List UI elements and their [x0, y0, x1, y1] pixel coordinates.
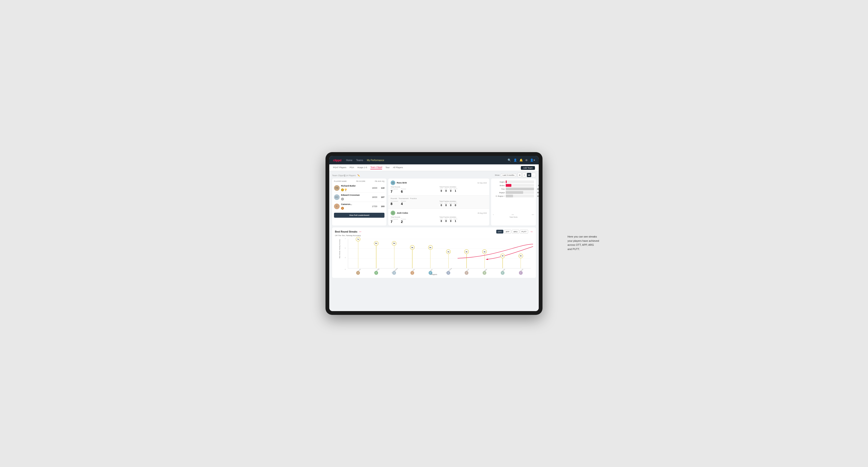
x-axis-label: Players	[431, 273, 437, 276]
practice-acts-3: Total Practice Activities OTT APP ARG PU…	[439, 216, 487, 224]
app-val: 0	[444, 190, 448, 192]
putt-button[interactable]: PUTT	[520, 230, 528, 234]
user-avatar-icon[interactable]: 👤▾	[530, 158, 535, 162]
search-icon[interactable]: 🔍	[507, 158, 511, 162]
subnav-team-clippd[interactable]: Team Clippd	[370, 166, 382, 169]
streak-bubble: 3x	[519, 253, 523, 258]
bar-label-pars: Pars	[493, 188, 505, 190]
bar-fill-dbogeys	[506, 195, 513, 197]
subnav-pgat[interactable]: PGAT Players	[333, 166, 346, 169]
bar-container-birdies: 96	[506, 184, 534, 187]
list-view-btn[interactable]: ≡	[522, 173, 526, 177]
col-player-name: PLAYER NAME	[334, 181, 347, 182]
subnav-right: Add Team	[521, 165, 535, 170]
player-streak-col: 5xJ. ColesJ	[403, 239, 422, 268]
table-view-btn[interactable]: ↓	[532, 173, 536, 177]
card-view-btn[interactable]: ▦	[527, 173, 531, 177]
total-rounds-label: Total Rounds	[391, 186, 438, 188]
subnav-pga[interactable]: PGA	[349, 166, 354, 169]
view-leaderboard-button[interactable]: View Full Leaderboard	[334, 213, 384, 218]
avatar: C	[334, 204, 340, 209]
putt-val: 1	[454, 190, 457, 192]
team-title: Team Clippd | 14 Players ✏️	[332, 174, 360, 177]
app-button[interactable]: APP	[504, 230, 511, 234]
player-info: Edward Crossman 2	[341, 194, 370, 200]
nav-my-performance[interactable]: My Performance	[367, 159, 384, 161]
streak-bubble: 7x	[356, 237, 361, 242]
player-streak-col: 4xM. MillerM	[475, 239, 494, 268]
practice-col: Practice 6	[401, 188, 406, 193]
practice-val: 6	[401, 190, 406, 193]
streaks-title: Best Round Streaks	[335, 230, 357, 233]
target-icon[interactable]: ⊕	[525, 158, 528, 162]
bar-label-eagles: Eagles	[493, 181, 505, 183]
streak-bubble: 4x	[464, 249, 469, 254]
subnav-all-players[interactable]: All Players	[393, 166, 403, 169]
subnav-hcaps[interactable]: Hcaps 1-5	[357, 166, 367, 169]
brand-logo: clippd	[333, 158, 341, 162]
arg-val: 0	[449, 190, 453, 192]
bell-icon[interactable]: 🔔	[519, 158, 523, 162]
total-rounds-block: Total Rounds Tournament 7 Practice	[391, 186, 438, 193]
streak-bubble: 6x	[374, 241, 379, 246]
rounds-type-label: Rounds Tournament Practice	[391, 197, 417, 199]
player-columns: 7xE. EwartE6xB. McHargB6xD. BillinghamD5…	[348, 239, 531, 268]
streaks-section: Best Round Streaks ← OTT APP ARG PUTT → …	[332, 227, 536, 278]
rounds-stats-2: Tournament 8 Practice 4	[391, 200, 487, 207]
y-tick-0: 0	[345, 269, 346, 270]
player-name: Cameron...	[341, 203, 370, 206]
player-avg: 103	[379, 205, 384, 208]
player-col-avatar: C	[519, 271, 523, 275]
y-tick-5: 5	[345, 247, 346, 249]
person-icon[interactable]: 👤	[514, 158, 517, 162]
ott-val: 0	[439, 190, 443, 192]
player-name: Edward Crossman	[341, 194, 370, 196]
practice-val-2: 4	[401, 202, 406, 206]
subnav-tour[interactable]: Tour	[385, 166, 390, 169]
streak-bar-line	[394, 243, 395, 268]
nav-teams[interactable]: Teams	[356, 159, 363, 161]
view-controls: Show Last 3 months ⊞ ≡ ▦ ↓	[495, 173, 536, 177]
bronze-badge: 3	[341, 207, 344, 210]
player-streak-col: 5xR. BrittR	[421, 239, 439, 268]
player-col-avatar: M	[483, 271, 486, 275]
period-select[interactable]: Last 3 months	[501, 173, 516, 177]
player-score: 17/20	[371, 205, 378, 208]
y-axis-label: Best Streak, Fairway Accuracy	[339, 249, 340, 258]
rounds-item-header: RB Rees Britt 02 Sep 2023	[391, 181, 487, 185]
player-col-avatar: B	[374, 271, 378, 275]
bar-container-dbogeys: 131	[506, 195, 534, 197]
add-team-button[interactable]: Add Team	[521, 166, 535, 170]
rounds-stats: Total Rounds Tournament 7 Practice	[391, 186, 487, 193]
player-streak-col: 3xC. QuickC	[512, 239, 530, 268]
edit-icon[interactable]: ✏️	[357, 174, 360, 177]
view-icons: ⊞ ≡ ▦ ↓	[518, 173, 536, 177]
bar-row-birdies: Birdies 96	[493, 184, 534, 187]
rounds-panel: RB Rees Britt 02 Sep 2023 Total Rounds	[388, 179, 489, 225]
team-header: Team Clippd | 14 Players ✏️ Show Last 3 …	[332, 173, 536, 177]
ott-button[interactable]: OTT	[496, 230, 503, 234]
bar-row-pars: Pars 499	[493, 187, 534, 190]
bar-label-bogeys: Bogeys	[493, 192, 505, 193]
table-header: PLAYER NAME PB SCORE PB AVG SQ	[334, 181, 384, 182]
grid-view-btn[interactable]: ⊞	[518, 173, 522, 177]
streak-bar-line	[358, 239, 359, 268]
player-row: EC Edward Crossman 2 18/20 107	[334, 193, 384, 202]
rounds-player-name: Rees Britt	[397, 182, 407, 184]
bar-value-dbogeys: 131	[537, 195, 539, 197]
nav-home[interactable]: Home	[346, 159, 352, 161]
player-streak-col: 3xR. ButlerR	[494, 239, 512, 268]
player-avg: 110	[379, 187, 384, 189]
bar-value-pars: 499	[537, 188, 539, 190]
bar-container-pars: 499	[506, 187, 534, 190]
rounds-avatar: RB	[391, 181, 395, 185]
rounds-item-2: Rounds Tournament Practice Tournament	[388, 195, 489, 209]
bar-fill-birdies	[506, 184, 512, 187]
rounds-item-3: JC Josh Coles 26 Aug 2023 Total Rounds	[388, 209, 489, 225]
rounds-avatar-3: JC	[391, 211, 395, 215]
player-name: Richard Butler	[341, 185, 370, 187]
tournament-val-2: 8	[391, 202, 398, 206]
team-title-row: Team Clippd | 14 Players ✏️	[332, 173, 360, 177]
arg-button[interactable]: ARG	[512, 230, 519, 234]
practice-values: 0 0 0 1	[439, 190, 487, 192]
